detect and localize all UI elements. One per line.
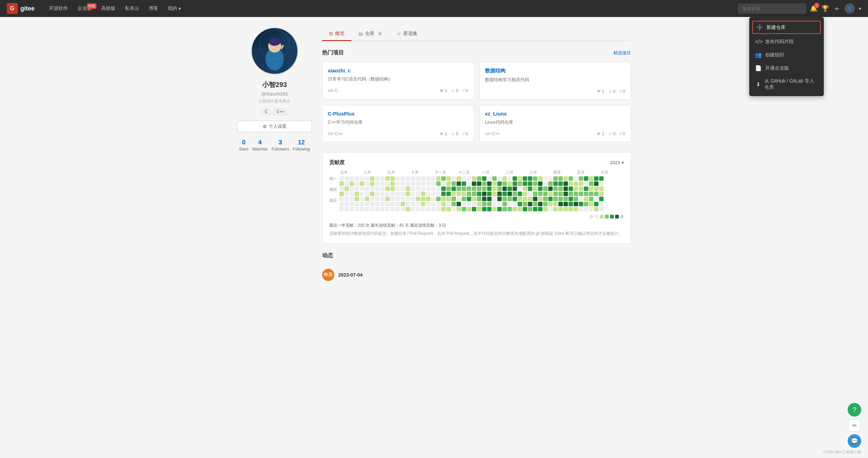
contrib-cell[interactable] xyxy=(574,207,578,211)
contrib-cell[interactable] xyxy=(426,207,430,211)
contrib-cell[interactable] xyxy=(416,197,420,201)
contrib-cell[interactable] xyxy=(380,207,385,211)
contrib-cell[interactable] xyxy=(579,187,583,191)
contrib-cell[interactable] xyxy=(523,207,527,211)
nav-private-cloud[interactable]: 私有云 xyxy=(121,3,143,14)
contrib-cell[interactable] xyxy=(411,187,415,191)
contrib-cell[interactable] xyxy=(472,176,476,181)
contrib-cell[interactable] xyxy=(533,187,537,191)
contrib-cell[interactable] xyxy=(487,197,492,201)
contrib-cell[interactable] xyxy=(370,207,374,211)
contrib-cell[interactable] xyxy=(492,187,497,191)
contrib-cell[interactable] xyxy=(416,187,420,191)
contrib-cell[interactable] xyxy=(436,181,441,186)
contrib-cell[interactable] xyxy=(599,181,604,186)
contrib-cell[interactable] xyxy=(370,192,374,196)
contrib-cell[interactable] xyxy=(502,192,507,196)
contrib-cell[interactable] xyxy=(579,202,583,206)
contrib-cell[interactable] xyxy=(564,181,568,186)
contrib-cell[interactable] xyxy=(513,207,517,211)
contrib-cell[interactable] xyxy=(538,197,542,201)
contrib-cell[interactable] xyxy=(446,187,451,191)
contrib-cell[interactable] xyxy=(543,197,548,201)
contrib-cell[interactable] xyxy=(477,187,481,191)
contrib-cell[interactable] xyxy=(528,202,532,206)
contrib-cell[interactable] xyxy=(355,176,359,181)
contrib-cell[interactable] xyxy=(390,202,395,206)
contrib-cell[interactable] xyxy=(487,176,492,181)
contrib-cell[interactable] xyxy=(446,181,451,186)
contrib-cell[interactable] xyxy=(426,181,430,186)
contrib-cell[interactable] xyxy=(513,187,517,191)
contrib-cell[interactable] xyxy=(558,202,563,206)
nav-university[interactable]: 高校版 xyxy=(97,3,119,14)
contrib-cell[interactable] xyxy=(507,181,512,186)
tab-overview[interactable]: ⊟ 概览 xyxy=(322,27,351,41)
contrib-cell[interactable] xyxy=(569,192,573,196)
contrib-cell[interactable] xyxy=(451,192,456,196)
contrib-cell[interactable] xyxy=(436,202,441,206)
contrib-cell[interactable] xyxy=(584,181,588,186)
contrib-cell[interactable] xyxy=(564,207,568,211)
contrib-cell[interactable] xyxy=(584,202,588,206)
contrib-cell[interactable] xyxy=(457,187,461,191)
contrib-cell[interactable] xyxy=(533,202,537,206)
contrib-cell[interactable] xyxy=(538,192,542,196)
contrib-cell[interactable] xyxy=(441,187,446,191)
contrib-cell[interactable] xyxy=(345,207,349,211)
contrib-cell[interactable] xyxy=(406,207,410,211)
contrib-cell[interactable] xyxy=(594,207,598,211)
contrib-cell[interactable] xyxy=(482,197,486,201)
contrib-cell[interactable] xyxy=(569,176,573,181)
contrib-cell[interactable] xyxy=(350,176,354,181)
year-selector[interactable]: 2023 ▾ xyxy=(610,160,624,165)
contrib-cell[interactable] xyxy=(487,192,492,196)
contrib-cell[interactable] xyxy=(523,187,527,191)
contrib-cell[interactable] xyxy=(482,176,486,181)
contrib-cell[interactable] xyxy=(467,187,471,191)
contrib-cell[interactable] xyxy=(401,207,405,211)
contrib-cell[interactable] xyxy=(421,181,425,186)
contrib-cell[interactable] xyxy=(558,181,563,186)
contrib-cell[interactable] xyxy=(538,207,542,211)
contrib-cell[interactable] xyxy=(482,202,486,206)
contrib-cell[interactable] xyxy=(446,207,451,211)
contrib-cell[interactable] xyxy=(507,192,512,196)
contrib-cell[interactable] xyxy=(395,192,400,196)
contrib-cell[interactable] xyxy=(451,187,456,191)
plus-button[interactable]: ＋ xyxy=(833,3,841,14)
contrib-cell[interactable] xyxy=(574,202,578,206)
contrib-cell[interactable] xyxy=(365,181,369,186)
contrib-cell[interactable] xyxy=(589,181,593,186)
contrib-cell[interactable] xyxy=(350,192,354,196)
contrib-cell[interactable] xyxy=(350,202,354,206)
contrib-cell[interactable] xyxy=(543,176,548,181)
contrib-cell[interactable] xyxy=(457,176,461,181)
contrib-cell[interactable] xyxy=(406,197,410,201)
contrib-cell[interactable] xyxy=(564,176,568,181)
contrib-cell[interactable] xyxy=(533,207,537,211)
contrib-cell[interactable] xyxy=(441,192,446,196)
contrib-cell[interactable] xyxy=(431,197,436,201)
contrib-cell[interactable] xyxy=(599,176,604,181)
contrib-cell[interactable] xyxy=(395,207,400,211)
contrib-cell[interactable] xyxy=(538,181,542,186)
contrib-cell[interactable] xyxy=(385,187,390,191)
contrib-cell[interactable] xyxy=(385,181,390,186)
contrib-cell[interactable] xyxy=(558,176,563,181)
contrib-cell[interactable] xyxy=(507,176,512,181)
contrib-cell[interactable] xyxy=(426,176,430,181)
contrib-cell[interactable] xyxy=(594,202,598,206)
contrib-cell[interactable] xyxy=(599,202,604,206)
contrib-cell[interactable] xyxy=(487,202,492,206)
contrib-cell[interactable] xyxy=(543,207,548,211)
contrib-cell[interactable] xyxy=(436,192,441,196)
contrib-cell[interactable] xyxy=(360,202,364,206)
stat-watches[interactable]: 4 Watches xyxy=(252,139,268,152)
contrib-cell[interactable] xyxy=(370,181,374,186)
contrib-cell[interactable] xyxy=(477,197,481,201)
contrib-cell[interactable] xyxy=(548,181,553,186)
contrib-cell[interactable] xyxy=(401,176,405,181)
contrib-cell[interactable] xyxy=(390,207,395,211)
contrib-cell[interactable] xyxy=(492,176,497,181)
